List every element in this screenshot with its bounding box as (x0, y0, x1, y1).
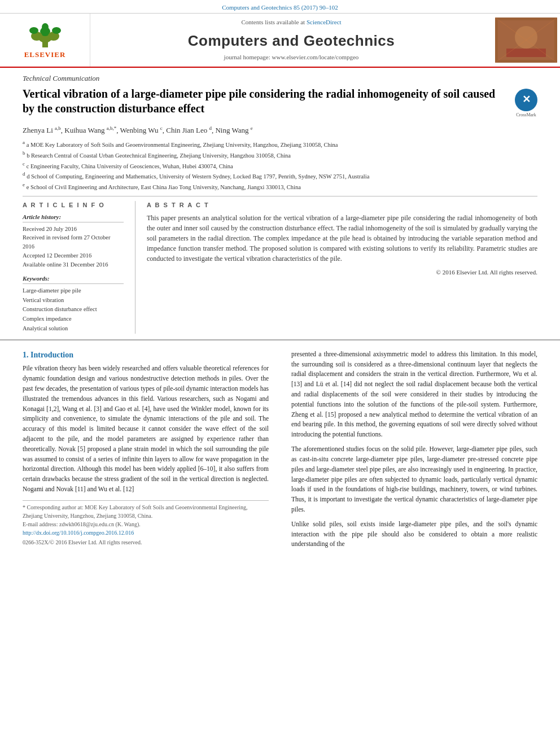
elsevier-brand-text: ELSEVIER (24, 50, 66, 60)
body-right-column: presented a three-dimensional axisymmetr… (286, 350, 537, 554)
keyword-2: Vertical vibration (23, 296, 124, 305)
affiliation-a: a a MOE Key Laboratory of Soft Soils and… (23, 139, 537, 149)
keyword-1: Large-diameter pipe pile (23, 286, 124, 296)
sciencedirect-line: Contents lists available at ScienceDirec… (241, 18, 341, 27)
abstract-panel: A B S T R A C T This paper presents an a… (135, 201, 537, 334)
and-text: and (88, 486, 97, 492)
article-title: Vertical vibration of a large-diameter p… (23, 86, 537, 116)
doi-link[interactable]: http://dx.doi.org/10.1016/j.compgeo.2016… (23, 530, 134, 536)
affiliation-d: d d School of Computing, Engineering and… (23, 171, 537, 181)
elsevier-logo: ELSEVIER (24, 20, 66, 60)
sciencedirect-link[interactable]: ScienceDirect (307, 19, 342, 25)
journal-header-bar: Computers and Geotechnics 85 (2017) 90–1… (0, 0, 560, 14)
svg-point-3 (42, 23, 49, 31)
intro-para-right-1: presented a three-dimensional axisymmetr… (291, 350, 537, 440)
article-type-label: Technical Communication (23, 73, 537, 84)
elsevier-tree-icon (25, 20, 65, 49)
keywords-title: Keywords: (23, 274, 124, 283)
footnote-email: E-mail address: zdwkh0618@zju.edu.cn (K.… (23, 520, 269, 528)
abstract-title: A B S T R A C T (147, 201, 537, 209)
doi-line[interactable]: http://dx.doi.org/10.1016/j.compgeo.2016… (23, 528, 269, 537)
affiliations: a a MOE Key Laboratory of Soft Soils and… (23, 139, 537, 191)
article-info-abstract: A R T I C L E I N F O Article history: R… (23, 201, 537, 334)
journal-cover-image (495, 18, 557, 63)
keyword-5: Analytical solution (23, 324, 124, 334)
crossmark: ✕ CrossMark (515, 89, 537, 118)
banner-center: Contents lists available at ScienceDirec… (90, 14, 492, 66)
accepted-date: Accepted 12 December 2016 (23, 251, 124, 260)
svg-point-6 (29, 27, 38, 34)
svg-point-10 (515, 26, 537, 49)
journal-citation: Computers and Geotechnics 85 (2017) 90–1… (222, 4, 338, 11)
received-date: Received 20 July 2016 (23, 225, 124, 234)
banner-right (492, 14, 560, 66)
intro-heading: 1. Introduction (23, 350, 269, 361)
affiliation-e: e e School of Civil Engineering and Arch… (23, 181, 537, 191)
article-info-panel: A R T I C L E I N F O Article history: R… (23, 201, 135, 334)
journal-title: Computers and Geotechnics (188, 30, 395, 51)
article-section: Technical Communication ✕ CrossMark Vert… (0, 68, 560, 334)
body-left-column: 1. Introduction Pile vibration theory ha… (23, 350, 274, 554)
banner-left: ELSEVIER (0, 14, 90, 66)
svg-point-7 (52, 27, 61, 34)
divider-1 (23, 196, 537, 196)
authors-line: Zhenya Li a,b, Kuihua Wang a,b,*, Wenbin… (23, 125, 537, 136)
sciencedirect-label: Contents lists available at (241, 19, 305, 25)
intro-para-right-2: The aforementioned studies focus on the … (291, 444, 537, 515)
article-history-title: Article history: (23, 213, 124, 222)
issn-line: 0266-352X/© 2016 Elsevier Ltd. All right… (23, 538, 269, 547)
crossmark-icon: ✕ (515, 89, 537, 111)
revised-date: Received in revised form 27 October 2016 (23, 233, 124, 251)
keyword-4: Complex impedance (23, 314, 124, 324)
intro-para-1: Pile vibration theory has been widely re… (23, 364, 269, 495)
available-date: Available online 31 December 2016 (23, 260, 124, 269)
footnote-corresponding: * Corresponding author at: MOE Key Labor… (23, 503, 269, 520)
affiliation-b: b b Research Central of Coastal Urban Ge… (23, 150, 537, 160)
copyright-line: © 2016 Elsevier Ltd. All rights reserved… (147, 268, 537, 277)
intro-para-right-3: Unlike solid piles, soil exists inside l… (291, 519, 537, 549)
article-info-title: A R T I C L E I N F O (23, 201, 124, 209)
journal-homepage: journal homepage: www.elsevier.com/locat… (224, 53, 359, 62)
keyword-3: Construction disturbance effect (23, 305, 124, 314)
journal-banner: ELSEVIER Contents lists available at Sci… (0, 14, 560, 67)
footnote-area: * Corresponding author at: MOE Key Labor… (23, 500, 269, 547)
abstract-text: This paper presents an analytical soluti… (147, 213, 537, 264)
affiliation-c: c c Engineering Faculty, China Universit… (23, 160, 537, 171)
body-section: 1. Introduction Pile vibration theory ha… (0, 339, 560, 554)
